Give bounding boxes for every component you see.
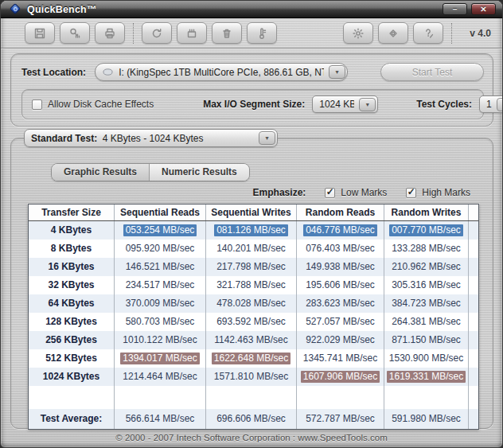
value-cell: 370.009 MB/sec [114, 294, 205, 313]
help-icon [422, 27, 435, 40]
segment-size-label: Max I/O Segment Size: [203, 99, 305, 110]
toolbar-separator [451, 23, 452, 44]
standard-test-selector[interactable]: Standard Test: 4 KBytes - 1024 KBytes ▾ [24, 129, 278, 147]
value-cell: 046.776 MB/sec [296, 221, 384, 240]
table-spacer-row [29, 386, 478, 409]
gutter-header [468, 205, 478, 220]
value-cell: 305.316 MB/sec [384, 276, 468, 294]
column-header: Random Reads [296, 205, 384, 220]
disk-cache-checkbox[interactable] [32, 99, 42, 110]
app-icon [10, 4, 21, 14]
table-row: 128 KBytes580.703 MB/sec693.592 MB/sec52… [29, 313, 478, 331]
test-cycles-dropdown[interactable]: 1 ▾ [479, 95, 503, 113]
check-icon: ✓ [407, 186, 415, 197]
minimize-button[interactable]: – [443, 3, 467, 15]
gutter-cell [468, 221, 478, 240]
test-average-label: Test Average: [29, 409, 114, 429]
low-mark-highlight: 053.254 MB/sec [123, 224, 197, 236]
low-marks-checkbox[interactable]: ✓ [325, 188, 335, 198]
toolbar-separator [133, 23, 134, 44]
column-header: Random Writes [384, 205, 468, 220]
value-cell: 146.521 MB/sec [114, 258, 205, 276]
low-mark-highlight: 007.770 MB/sec [389, 224, 463, 236]
refresh-button[interactable] [142, 22, 172, 44]
value-cell: 1619.331 MB/sec [384, 368, 468, 386]
gutter-cell [468, 258, 478, 276]
high-marks-checkbox[interactable]: ✓ [406, 188, 416, 198]
selector-label: Standard Test: [31, 133, 97, 144]
window-title: QuickBench™ [27, 4, 97, 15]
table-row: 8 KBytes095.920 MB/sec140.201 MB/sec076.… [29, 240, 478, 258]
view-results-button[interactable] [60, 22, 90, 44]
emphasize-label: Emphasize: [253, 187, 306, 198]
search-results-icon [68, 27, 81, 40]
dropdown-arrow-icon[interactable]: ▾ [497, 98, 503, 111]
tab-graphic-results[interactable]: Graphic Results [52, 164, 149, 181]
value-cell: 1607.906 MB/sec [296, 368, 384, 386]
value-cell: 140.201 MB/sec [205, 240, 296, 258]
results-tabs: Graphic Results Numeric Results [51, 163, 250, 181]
value-cell: 283.623 MB/sec [296, 294, 384, 313]
dropdown-arrow-icon[interactable]: ▾ [359, 98, 376, 111]
value-cell: 007.770 MB/sec [384, 221, 468, 240]
help-button[interactable] [413, 22, 443, 44]
transfer-size-cell: 1024 KBytes [29, 368, 114, 386]
value-cell: 1394.017 MB/sec [114, 349, 205, 368]
app-window: QuickBench™ – ✕ [0, 0, 503, 448]
save-button[interactable] [25, 22, 55, 44]
value-cell: 1214.464 MB/sec [114, 368, 205, 386]
segment-size-value: 1024 KB [319, 99, 354, 110]
value-cell: 217.798 MB/sec [205, 258, 296, 276]
segment-size-dropdown[interactable]: 1024 KB ▾ [312, 95, 378, 113]
value-cell: 1622.648 MB/sec [205, 349, 296, 368]
gutter-cell [468, 331, 478, 349]
column-header: Sequential Writes [205, 205, 296, 220]
toolbar: v 4.0 [1, 18, 502, 49]
settings-button[interactable] [343, 22, 373, 44]
delete-button[interactable] [212, 22, 242, 44]
low-marks-label: Low Marks [341, 187, 387, 198]
table-rows: 4 KBytes053.254 MB/sec081.126 MB/sec046.… [29, 221, 478, 386]
high-mark-highlight: 1622.648 MB/sec [212, 353, 290, 364]
table-row: 32 KBytes234.517 MB/sec321.788 MB/sec195… [29, 276, 478, 294]
column-header: Sequential Reads [114, 205, 205, 220]
high-mark-highlight: 1619.331 MB/sec [387, 371, 466, 383]
test-location-dropdown[interactable]: I: (KingSpec 1TB MultiCore PCIe, 886.61 … [95, 63, 348, 81]
column-header: Transfer Size [29, 205, 114, 220]
value-cell: 081.126 MB/sec [205, 221, 296, 240]
value-cell: 076.403 MB/sec [296, 240, 384, 258]
about-button[interactable] [378, 22, 408, 44]
transfer-size-cell: 4 KBytes [29, 221, 114, 240]
table-row: 64 KBytes370.009 MB/sec478.028 MB/sec283… [29, 294, 478, 313]
diamond-logo-icon [387, 27, 400, 40]
value-cell: 195.606 MB/sec [296, 276, 384, 294]
value-cell: 1345.741 MB/sec [296, 349, 384, 368]
refresh-icon [150, 27, 163, 40]
gutter-cell [468, 349, 478, 368]
version-label: v 4.0 [470, 28, 491, 39]
average-value-cell: 591.980 MB/sec [384, 409, 468, 429]
temperature-button[interactable] [247, 22, 277, 44]
test-cycles-value: 1 [486, 99, 492, 110]
value-cell: 234.517 MB/sec [114, 276, 205, 294]
dropdown-arrow-icon[interactable]: ▾ [329, 65, 345, 79]
value-cell: 264.381 MB/sec [384, 313, 468, 331]
table-row: 16 KBytes146.521 MB/sec217.798 MB/sec149… [29, 258, 478, 276]
thermometer-icon [255, 27, 268, 40]
value-cell: 1530.900 MB/sec [384, 349, 468, 368]
value-cell: 1571.810 MB/sec [205, 368, 296, 386]
average-value-cell: 696.606 MB/sec [205, 409, 296, 429]
value-cell: 053.254 MB/sec [114, 221, 205, 240]
emphasize-controls: Emphasize: ✓ Low Marks ✓ High Marks [253, 187, 470, 198]
close-button[interactable]: ✕ [471, 3, 496, 15]
memory-test-button[interactable] [177, 22, 207, 44]
tab-numeric-results[interactable]: Numeric Results [149, 164, 249, 181]
value-cell: 693.592 MB/sec [205, 313, 296, 331]
print-button[interactable] [95, 22, 125, 44]
disk-drive-icon [102, 67, 114, 77]
start-test-button[interactable]: Start Test [380, 63, 484, 81]
titlebar: QuickBench™ – ✕ [1, 1, 502, 18]
trash-icon [220, 27, 233, 40]
footer-copyright: © 2000 - 2007 Intech Software Corporatio… [1, 433, 502, 442]
dropdown-arrow-icon[interactable]: ▾ [259, 131, 275, 145]
